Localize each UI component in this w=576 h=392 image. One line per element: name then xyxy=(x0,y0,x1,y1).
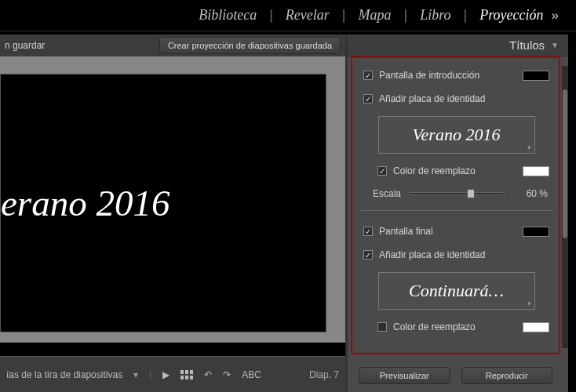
tab-revelar[interactable]: Revelar xyxy=(281,7,334,24)
slide-counter: Diap. 7 xyxy=(309,369,339,380)
rotate-cw-icon[interactable]: ↷ xyxy=(223,369,231,380)
end-identity-plate-checkbox[interactable]: ✓ xyxy=(363,250,373,260)
scrollbar-thumb[interactable] xyxy=(563,89,567,238)
separator: | xyxy=(404,7,408,24)
end-screen-checkbox[interactable]: ✓ xyxy=(363,227,373,236)
intro-identity-plate-checkbox[interactable]: ✓ xyxy=(363,94,373,103)
scale-slider[interactable] xyxy=(409,192,505,195)
scale-slider-knob[interactable] xyxy=(467,189,475,198)
play-icon[interactable]: ▶ xyxy=(162,369,170,380)
end-override-color-checkbox[interactable]: ✓ xyxy=(377,322,387,332)
intro-screen-checkbox[interactable]: ✓ xyxy=(363,71,373,80)
tab-proyeccion[interactable]: Proyección xyxy=(475,7,548,24)
intro-identity-plate-text: Verano 2016 xyxy=(413,125,501,145)
intro-screen-label: Pantalla de introducción xyxy=(379,70,479,81)
divider xyxy=(360,210,552,211)
tab-biblioteca[interactable]: Biblioteca xyxy=(194,7,261,24)
tab-libro[interactable]: Libro xyxy=(415,7,455,24)
intro-color-swatch[interactable] xyxy=(523,71,549,81)
preview-button[interactable]: Previsualizar xyxy=(359,367,450,384)
panel-scrollbar[interactable] xyxy=(562,66,568,348)
more-modules-icon[interactable]: » xyxy=(552,8,559,24)
preview-area: erano 2016 xyxy=(0,56,345,343)
intro-override-color-swatch[interactable] xyxy=(523,166,549,176)
slide-title-text: erano 2016 xyxy=(1,182,170,224)
svg-rect-4 xyxy=(185,376,188,379)
end-identity-plate-label: Añadir placa de identidad xyxy=(379,249,485,260)
rotate-ccw-icon[interactable]: ↶ xyxy=(204,369,212,380)
dropdown-icon[interactable]: ▾ xyxy=(527,299,531,307)
chevron-down-icon[interactable]: ▾ xyxy=(133,369,138,380)
scale-value[interactable]: 60 % xyxy=(513,188,548,199)
end-screen-label: Pantalla final xyxy=(379,226,433,237)
end-identity-plate-text: Continuará… xyxy=(409,281,504,301)
svg-rect-3 xyxy=(180,376,184,379)
module-picker: Biblioteca | Revelar | Mapa | Libro | Pr… xyxy=(0,0,576,31)
toolbar-fragment: n guardar xyxy=(5,40,45,51)
panel-title: Títulos xyxy=(509,38,545,52)
separator: | xyxy=(464,7,468,24)
play-button[interactable]: Reproducir xyxy=(461,367,553,384)
svg-rect-5 xyxy=(190,376,193,379)
svg-rect-1 xyxy=(185,370,188,374)
end-override-color-swatch[interactable] xyxy=(523,322,549,332)
separator: | xyxy=(149,369,151,380)
intro-override-color-checkbox[interactable]: ✓ xyxy=(377,166,387,176)
intro-identity-plate-preview[interactable]: Verano 2016 ▾ xyxy=(378,116,535,154)
collapse-icon[interactable]: ▼ xyxy=(551,41,559,49)
titles-panel: Títulos ▼ ✓ Pantalla de introducción ✓ A… xyxy=(345,34,568,392)
panel-header[interactable]: Títulos ▼ xyxy=(348,34,568,56)
svg-rect-2 xyxy=(190,370,193,374)
scale-label: Escala xyxy=(373,188,401,199)
slide-canvas[interactable]: erano 2016 xyxy=(0,74,326,332)
end-override-color-label: Color de reemplazo xyxy=(393,321,476,332)
dropdown-icon[interactable]: ▾ xyxy=(527,143,531,151)
tab-mapa[interactable]: Mapa xyxy=(354,7,396,24)
text-overlay-toggle[interactable]: ABC xyxy=(242,369,261,380)
preview-footer: ías de la tira de diapositivas ▾ | ▶ ↶ ↷… xyxy=(0,356,345,392)
intro-override-color-label: Color de reemplazo xyxy=(393,165,476,176)
intro-identity-plate-label: Añadir placa de identidad xyxy=(379,93,485,104)
separator: | xyxy=(342,7,346,24)
separator: | xyxy=(269,7,273,24)
end-identity-plate-preview[interactable]: Continuará… ▾ xyxy=(378,272,535,310)
grid-icon[interactable] xyxy=(180,370,193,379)
use-filmstrip-label[interactable]: ías de la tira de diapositivas xyxy=(6,369,122,380)
panel-body: ✓ Pantalla de introducción ✓ Añadir plac… xyxy=(351,56,560,354)
create-saved-slideshow-button[interactable]: Crear proyección de diapositivas guardad… xyxy=(159,37,341,54)
end-color-swatch[interactable] xyxy=(523,227,549,237)
slideshow-toolbar: n guardar Crear proyección de diapositiv… xyxy=(0,34,345,56)
svg-rect-0 xyxy=(180,370,184,374)
